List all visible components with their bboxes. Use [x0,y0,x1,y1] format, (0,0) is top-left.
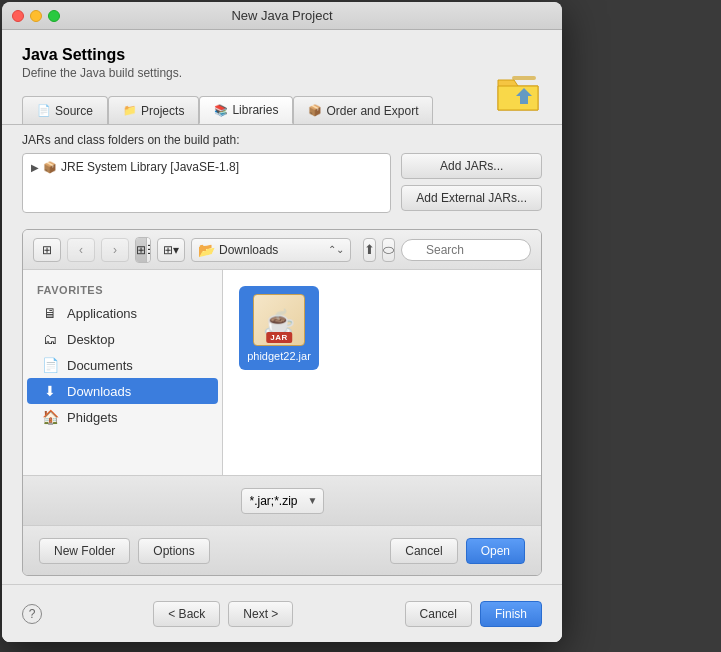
header-subtitle: Define the Java build settings. [22,66,542,80]
favorites-label: Favorites [23,280,222,300]
sidebar-item-phidgets[interactable]: 🏠 Phidgets [27,404,218,430]
sidebar-toggle-icon: ⊞ [42,243,52,257]
footer: ? < Back Next > Cancel Finish [2,584,562,642]
forward-nav-button[interactable]: › [101,238,129,262]
filter-dropdown[interactable]: *.jar;*.zip [241,488,324,514]
maximize-button[interactable] [48,10,60,22]
picker-toolbar: ⊞ ‹ › ⊞ ☰ ⋮⋮ ⊞▾ 📂 Down [23,230,541,270]
library-name: JRE System Library [JavaSE-1.8] [61,160,239,174]
picker-right-buttons: Cancel Open [390,538,525,564]
sidebar-item-documents[interactable]: 📄 Documents [27,352,218,378]
tab-source-label: Source [55,104,93,118]
location-chevron-icon: ⌃⌄ [328,244,344,255]
icon-view-button[interactable]: ⊞ [136,238,147,262]
library-icon: 📦 [43,161,57,174]
build-path-buttons: Add JARs... Add External JARs... [401,153,542,213]
picker-cancel-button[interactable]: Cancel [390,538,457,564]
file-name-label: phidget22.jar [247,350,311,362]
cancel-button[interactable]: Cancel [405,601,472,627]
tab-libraries-label: Libraries [232,103,278,117]
applications-icon: 🖥 [41,305,59,321]
jar-icon-body: ☕ JAR [253,294,305,346]
jar-badge: JAR [266,332,292,343]
sidebar-toggle-button[interactable]: ⊞ [33,238,61,262]
svg-marker-1 [498,86,538,110]
documents-label: Documents [67,358,133,373]
main-content: Java Settings Define the Java build sett… [2,30,562,642]
filter-wrap: *.jar;*.zip ▼ [241,488,324,514]
svg-rect-2 [512,76,536,80]
tab-libraries[interactable]: 📚 Libraries [199,96,293,124]
tabs-row: 📄 Source 📁 Projects 📚 Libraries 📦 Order … [2,96,562,125]
footer-left: ? [22,604,42,624]
titlebar: New Java Project [2,2,562,30]
downloads-icon: ⬇ [41,383,59,399]
sidebar: Favorites 🖥 Applications 🗂 Desktop 📄 Doc… [23,270,223,475]
tab-projects-label: Projects [141,104,184,118]
options-button[interactable]: Options [138,538,209,564]
phidgets-label: Phidgets [67,410,118,425]
file-item-phidget22[interactable]: ☕ JAR phidget22.jar [239,286,319,370]
libraries-tab-icon: 📚 [214,104,228,117]
header-title: Java Settings [22,46,542,64]
footer-center-buttons: < Back Next > [153,601,293,627]
connect-button[interactable]: ⬭ [382,238,395,262]
build-path-section: JARs and class folders on the build path… [2,125,562,221]
sidebar-item-applications[interactable]: 🖥 Applications [27,300,218,326]
phidgets-icon: 🏠 [41,409,59,425]
sidebar-item-downloads[interactable]: ⬇ Downloads [27,378,218,404]
main-window: New Java Project Java Settings Define th… [2,2,562,642]
order-export-tab-icon: 📦 [308,104,322,117]
help-button[interactable]: ? [22,604,42,624]
jar-file-icon: ☕ JAR [253,294,305,346]
close-button[interactable] [12,10,24,22]
traffic-lights [12,10,60,22]
build-path-item: ▶ 📦 JRE System Library [JavaSE-1.8] [27,158,386,176]
build-path-label: JARs and class folders on the build path… [22,133,542,147]
list-view-button[interactable]: ☰ [147,238,151,262]
file-picker-dialog: ⊞ ‹ › ⊞ ☰ ⋮⋮ ⊞▾ 📂 Down [22,229,542,576]
java-settings-icon [494,68,542,116]
picker-left-buttons: New Folder Options [39,538,210,564]
applications-label: Applications [67,306,137,321]
open-button[interactable]: Open [466,538,525,564]
back-arrow-icon: ‹ [79,243,83,257]
search-wrap: 🔍 [401,239,531,261]
share-button[interactable]: ⬆ [363,238,376,262]
coverflow-button[interactable]: ⊞▾ [157,238,185,262]
forward-arrow-icon: › [113,243,117,257]
picker-actions: New Folder Options Cancel Open [23,525,541,575]
picker-bottom: *.jar;*.zip ▼ [23,475,541,525]
desktop-icon: 🗂 [41,331,59,347]
next-button[interactable]: Next > [228,601,293,627]
minimize-button[interactable] [30,10,42,22]
add-jars-button[interactable]: Add JARs... [401,153,542,179]
tab-source[interactable]: 📄 Source [22,96,108,124]
back-nav-button[interactable]: ‹ [67,238,95,262]
new-folder-button[interactable]: New Folder [39,538,130,564]
add-external-jars-button[interactable]: Add External JARs... [401,185,542,211]
projects-tab-icon: 📁 [123,104,137,117]
finish-button[interactable]: Finish [480,601,542,627]
downloads-label: Downloads [67,384,131,399]
share-icon: ⬆ [364,242,375,257]
header-section: Java Settings Define the Java build sett… [2,30,562,88]
content-area: ☕ JAR phidget22.jar [223,270,541,475]
build-path-list[interactable]: ▶ 📦 JRE System Library [JavaSE-1.8] [22,153,391,213]
location-dropdown[interactable]: 📂 Downloads ⌃⌄ [191,238,351,262]
window-title: New Java Project [231,8,332,23]
sidebar-item-desktop[interactable]: 🗂 Desktop [27,326,218,352]
location-folder-icon: 📂 [198,242,215,258]
build-path-area: ▶ 📦 JRE System Library [JavaSE-1.8] Add … [22,153,542,213]
tab-order-export-label: Order and Export [326,104,418,118]
documents-icon: 📄 [41,357,59,373]
footer-right-buttons: Cancel Finish [405,601,542,627]
tab-projects[interactable]: 📁 Projects [108,96,199,124]
source-tab-icon: 📄 [37,104,51,117]
back-button[interactable]: < Back [153,601,220,627]
desktop-label: Desktop [67,332,115,347]
location-label: Downloads [219,243,278,257]
tab-order-export[interactable]: 📦 Order and Export [293,96,433,124]
connect-icon: ⬭ [383,242,394,258]
search-input[interactable] [401,239,531,261]
